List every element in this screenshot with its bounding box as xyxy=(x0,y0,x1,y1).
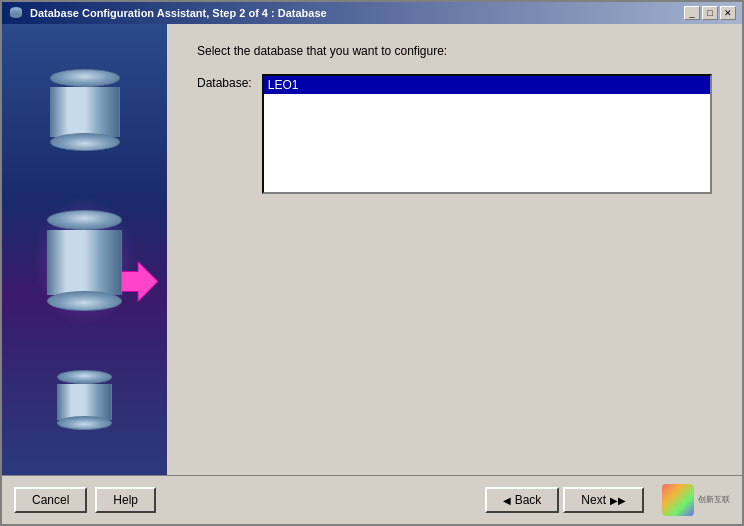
database-label: Database: xyxy=(197,74,252,90)
minimize-button[interactable]: _ xyxy=(684,6,700,20)
cylinder-middle-cap xyxy=(47,210,122,230)
title-bar-left: Database Configuration Assistant, Step 2… xyxy=(8,5,327,21)
database-listbox[interactable]: LEO1 xyxy=(262,74,712,194)
instruction-text: Select the database that you want to con… xyxy=(197,44,712,58)
next-arrow-icon: ▶▶ xyxy=(610,495,626,506)
bottom-bar: Cancel Help ◀ Back Next ▶▶ 创新互联 xyxy=(2,475,742,524)
maximize-button[interactable]: □ xyxy=(702,6,718,20)
cylinder-middle-base xyxy=(47,291,122,311)
watermark-area: 创新互联 xyxy=(662,484,730,516)
svg-point-2 xyxy=(10,12,22,18)
next-button[interactable]: Next ▶▶ xyxy=(563,487,644,513)
main-window: Database Configuration Assistant, Step 2… xyxy=(0,0,744,526)
cylinder-top-cap xyxy=(50,69,120,87)
cylinder-bottom xyxy=(57,370,112,430)
back-arrow-icon: ◀ xyxy=(503,495,511,506)
cylinder-bottom-base xyxy=(57,416,112,430)
cylinder-top xyxy=(50,69,120,151)
content-area: Select the database that you want to con… xyxy=(2,24,742,475)
title-bar: Database Configuration Assistant, Step 2… xyxy=(2,2,742,24)
cylinder-middle-wrapper xyxy=(47,210,122,311)
cylinder-top-base xyxy=(50,133,120,151)
watermark-text: 创新互联 xyxy=(698,495,730,505)
left-panel xyxy=(2,24,167,475)
cylinder-middle xyxy=(47,210,122,311)
cylinder-middle-body xyxy=(47,230,122,295)
list-item[interactable]: LEO1 xyxy=(264,76,710,94)
cylinder-bottom-body xyxy=(57,384,112,420)
title-buttons: _ □ ✕ xyxy=(684,6,736,20)
cancel-button[interactable]: Cancel xyxy=(14,487,87,513)
watermark-icon xyxy=(662,484,694,516)
help-button[interactable]: Help xyxy=(95,487,156,513)
cylinder-top-body xyxy=(50,87,120,137)
right-panel: Select the database that you want to con… xyxy=(167,24,742,475)
close-button[interactable]: ✕ xyxy=(720,6,736,20)
database-row: Database: LEO1 xyxy=(197,74,712,194)
nav-buttons: ◀ Back Next ▶▶ xyxy=(485,487,644,513)
app-icon xyxy=(8,5,24,21)
cylinder-bottom-cap xyxy=(57,370,112,384)
back-button[interactable]: ◀ Back xyxy=(485,487,560,513)
window-title: Database Configuration Assistant, Step 2… xyxy=(30,7,327,19)
